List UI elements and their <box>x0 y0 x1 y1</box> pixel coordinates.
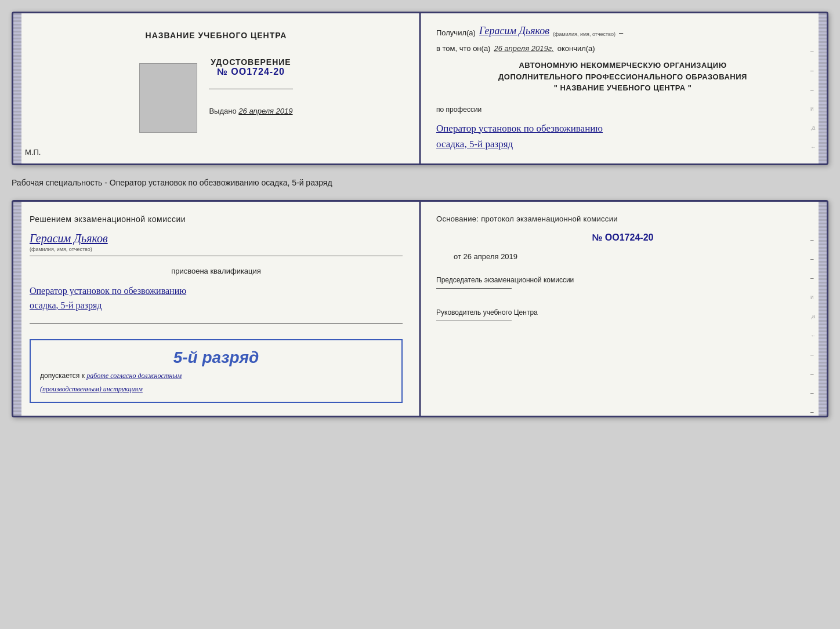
top-doc-right: Получил(а) Герасим Дьяков (фамилия, имя,… <box>419 13 827 163</box>
bottom-name-sublabel: (фамилия, имя, отчество) <box>30 246 403 252</box>
bottom-name-handwritten: Герасим Дьяков <box>30 232 403 245</box>
dopusk-handwritten-1: работе согласно должностным <box>86 372 182 380</box>
stamp-box: 5-й разряд допускается к работе согласно… <box>30 339 403 403</box>
profession-block: Оператор установок по обезвоживанию осад… <box>436 121 809 152</box>
vtom-label: в том, что он(а) <box>436 44 490 53</box>
name-handwritten-block: Герасим Дьяков (фамилия, имя, отчество) <box>30 232 403 259</box>
prisvoena-text: присвоена квалификация <box>30 267 403 275</box>
vydano-date: 26 апреля 2019 <box>238 107 292 115</box>
profession-handwritten-2: осадка, 5-й разряд <box>436 136 809 152</box>
rukovoditel-block: Руководитель учебного Центра <box>436 307 809 321</box>
dash-1: – <box>619 28 623 37</box>
org-line1: АВТОНОМНУЮ НЕКОММЕРЧЕСКУЮ ОРГАНИЗАЦИЮ <box>436 60 809 71</box>
bottom-document: Решением экзаменационной комиссии Гераси… <box>12 200 828 417</box>
bottom-side-marks: – – – и ,а ← – – – – – <box>810 237 816 417</box>
rukovoditel-label: Руководитель учебного Центра <box>436 307 809 318</box>
udostoverenie-label: УДОСТОВЕРЕНИЕ <box>211 57 291 67</box>
separator-1 <box>209 89 292 89</box>
bottom-doc-right: Основание: протокол экзаменационной коми… <box>419 202 827 416</box>
predsedatel-sigline <box>436 288 512 289</box>
top-left-title: НАЗВАНИЕ УЧЕБНОГО ЦЕНТРА <box>146 31 287 40</box>
bottom-right-spine-deco <box>819 202 827 416</box>
description-line: Рабочая специальность - Оператор установ… <box>12 176 828 190</box>
dopusk-handwritten-2: (производственным) инструкциям <box>40 385 143 393</box>
separator-2 <box>30 323 403 324</box>
top-document: НАЗВАНИЕ УЧЕБНОГО ЦЕНТРА УДОСТОВЕРЕНИЕ №… <box>12 12 828 165</box>
bottom-profession-2: осадка, 5-й разряд <box>30 298 403 313</box>
recipient-name: Герасим Дьяков <box>479 25 549 37</box>
resheniem-text: Решением экзаменационной комиссии <box>30 214 403 224</box>
udostoverenie-number: № OO1724-20 <box>211 67 291 77</box>
org-line2: ДОПОЛНИТЕЛЬНОГО ПРОФЕССИОНАЛЬНОГО ОБРАЗО… <box>436 71 809 83</box>
org-line3: " НАЗВАНИЕ УЧЕБНОГО ЦЕНТРА " <box>436 82 809 94</box>
dopuskaetsya-label: допускается к <box>40 372 85 380</box>
rukovoditel-sigline <box>436 321 512 321</box>
vtom-line: в том, что он(а) 26 апреля 2019г. окончи… <box>436 44 809 53</box>
poluchil-label: Получил(а) <box>436 28 476 37</box>
photo-placeholder <box>139 63 197 133</box>
po-professii: по профессии <box>436 106 809 114</box>
ot-label: от <box>454 252 461 261</box>
predsedatel-label: Председатель экзаменационной комиссии <box>436 275 809 286</box>
org-block: АВТОНОМНУЮ НЕКОММЕРЧЕСКУЮ ОРГАНИЗАЦИЮ ДО… <box>436 60 809 94</box>
vtom-date: 26 апреля 2019г. <box>494 44 553 53</box>
dopusk-line2: (производственным) инструкциям <box>40 385 392 394</box>
bottom-profession-1: Оператор установок по обезвоживанию <box>30 283 403 299</box>
okonchil-label: окончил(а) <box>557 44 595 53</box>
stamp-rank: 5-й разряд <box>40 348 392 367</box>
osnovanie-text: Основание: протокол экзаменационной коми… <box>436 214 809 223</box>
bottom-profession-block: Оператор установок по обезвоживанию осад… <box>30 283 403 313</box>
bottom-doc-left: Решением экзаменационной комиссии Гераси… <box>13 202 419 416</box>
ot-date-value: 26 апреля 2019 <box>464 252 518 261</box>
poluchil-line: Получил(а) Герасим Дьяков (фамилия, имя,… <box>436 25 809 37</box>
side-marks: – – – и ,а ← – – – – – <box>810 48 816 165</box>
protocol-number: № OO1724-20 <box>436 232 809 243</box>
right-spine-deco <box>819 13 827 163</box>
vydano-label: Выдано <box>209 107 236 115</box>
profession-handwritten-1: Оператор установок по обезвоживанию <box>436 121 809 136</box>
top-doc-left: НАЗВАНИЕ УЧЕБНОГО ЦЕНТРА УДОСТОВЕРЕНИЕ №… <box>13 13 419 163</box>
name-sublabel: (фамилия, имя, отчество) <box>553 31 615 37</box>
name-separator <box>30 256 403 256</box>
udostoverenie-block: УДОСТОВЕРЕНИЕ № OO1724-20 <box>211 57 291 77</box>
page-container: НАЗВАНИЕ УЧЕБНОГО ЦЕНТРА УДОСТОВЕРЕНИЕ №… <box>12 12 828 417</box>
vydano-block: Выдано 26 апреля 2019 <box>209 107 292 115</box>
ot-date: от 26 апреля 2019 <box>436 252 809 261</box>
predsedatel-block: Председатель экзаменационной комиссии <box>436 275 809 289</box>
mp-label: М.П. <box>25 148 41 157</box>
dopuskaetsya-text: допускается к работе согласно должностны… <box>40 372 392 380</box>
